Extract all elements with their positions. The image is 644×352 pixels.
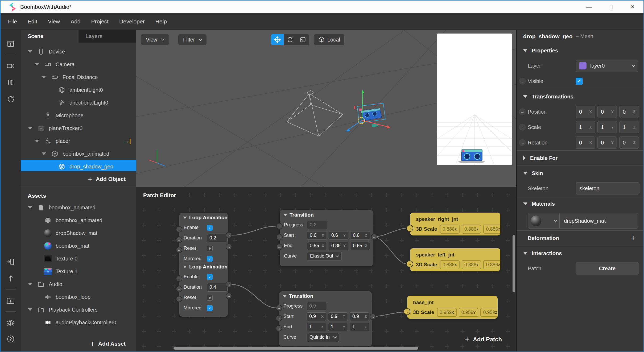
minimize-button[interactable]: — — [578, 1, 600, 13]
patch-node-loop-animation-2[interactable]: Loop Animation Enable✓ Duration0.4 Reset… — [179, 262, 228, 317]
start-y-input[interactable]: 0.9Y — [328, 312, 348, 321]
patch-node-speaker-right-jnt[interactable]: speaker_right_jnt 3D Scale 0.886X 0.886Y… — [410, 213, 500, 235]
input-port[interactable]: → — [176, 296, 182, 302]
section-enable-for[interactable]: Enable For — [517, 151, 643, 165]
vertical-scrollbar[interactable] — [513, 235, 515, 292]
scale-x-input[interactable]: 0.886X — [440, 260, 460, 269]
scene-item-focal-distance[interactable]: Focal Distance — [21, 71, 136, 84]
menu-developer[interactable]: Developer — [114, 13, 150, 30]
menu-view[interactable]: View — [43, 13, 65, 30]
asset-item-playback-controllers-folder[interactable]: Playback Controllers — [21, 303, 136, 316]
add-patch-button[interactable]: + Add Patch — [465, 335, 502, 343]
rotation-y-input[interactable]: 0Y — [597, 136, 617, 149]
scale-y-input[interactable]: 1Y — [597, 121, 617, 133]
publish-icon[interactable] — [5, 273, 16, 284]
filter-dropdown[interactable]: Filter — [178, 34, 207, 45]
move-tool-button[interactable] — [271, 34, 284, 45]
progress-input[interactable]: 0.9 — [307, 302, 327, 310]
simulator-preview[interactable] — [437, 34, 512, 165]
restart-icon[interactable] — [5, 93, 16, 105]
rotation-x-input[interactable]: 0X — [576, 136, 595, 149]
end-y-input[interactable]: 0.85Y — [329, 242, 348, 250]
view-dropdown[interactable]: View — [141, 34, 169, 45]
material-thumbnail-dropdown[interactable] — [528, 213, 560, 229]
collapse-caret-icon[interactable] — [283, 295, 287, 297]
menu-help[interactable]: Help — [150, 13, 172, 30]
input-port[interactable]: → — [276, 234, 283, 240]
curve-dropdown[interactable]: Quintic In — [307, 333, 339, 342]
position-z-input[interactable]: 0Z — [619, 106, 639, 118]
panels-layout-icon[interactable] — [5, 38, 16, 49]
asset-item-dropshadow-mat[interactable]: dropShadow_mat — [21, 227, 136, 239]
reset-pulse-button[interactable] — [207, 246, 213, 251]
output-port[interactable]: → — [226, 243, 232, 250]
duration-input[interactable]: 0.4 — [207, 283, 228, 292]
collapse-caret-icon[interactable] — [28, 206, 37, 209]
end-x-input[interactable]: 0.85X — [307, 242, 327, 250]
menu-file[interactable]: File — [3, 13, 22, 30]
scale-y-input[interactable]: 0.959Y — [459, 308, 478, 317]
input-port[interactable]: → — [176, 286, 182, 292]
end-x-input[interactable]: 1X — [307, 323, 326, 331]
section-transformations[interactable]: Transformations — [517, 89, 643, 104]
skeleton-input[interactable]: skeleton — [576, 182, 639, 194]
input-port[interactable]: → — [276, 315, 282, 321]
patch-connector-icon[interactable]: → — [519, 108, 526, 115]
input-port[interactable]: → — [406, 225, 413, 232]
collapse-caret-icon[interactable] — [28, 50, 37, 53]
scale-y-input[interactable]: 0.886Y — [462, 260, 481, 269]
close-button[interactable]: ✕ — [622, 1, 643, 13]
rotate-tool-button[interactable] — [284, 34, 296, 45]
scale-z-input[interactable]: 1Z — [619, 121, 639, 133]
help-icon[interactable]: ? — [5, 333, 16, 345]
patch-connector-icon[interactable]: → — [519, 78, 526, 85]
section-materials[interactable]: Materials — [517, 196, 643, 211]
input-port[interactable]: → — [403, 308, 410, 315]
patch-node-loop-animation-1[interactable]: Loop Animation Enable✓ Duration0.2 Reset… — [179, 213, 228, 267]
input-port[interactable]: → — [176, 247, 182, 253]
debug-bug-icon[interactable] — [5, 317, 16, 328]
position-x-input[interactable]: 0X — [576, 106, 595, 118]
rotation-z-input[interactable]: 0Z — [619, 136, 639, 149]
collapse-caret-icon[interactable] — [183, 266, 187, 268]
curve-dropdown[interactable]: Elastic Out — [307, 252, 342, 261]
collapse-caret-icon[interactable] — [35, 63, 44, 66]
output-port[interactable]: → — [226, 293, 232, 299]
patch-node-base-jnt[interactable]: base_jnt 3D Scale 0.959X 0.959Y 0.959Z → — [407, 296, 498, 319]
enable-checkbox[interactable]: ✓ — [207, 225, 213, 231]
viewport-canvas[interactable]: View Filter — [136, 30, 516, 187]
progress-input[interactable]: 0.2 — [307, 221, 327, 229]
start-z-input[interactable]: 0.9Z — [350, 312, 369, 321]
input-port[interactable]: → — [176, 237, 182, 243]
simulator-icon[interactable] — [5, 77, 16, 88]
scene-item-boombox-animated[interactable]: boombox_animated — [21, 147, 136, 160]
output-port[interactable]: → — [226, 281, 232, 288]
patch-connector-icon[interactable]: → — [519, 124, 526, 131]
scale-x-input[interactable]: 0.959X — [437, 308, 457, 317]
patch-node-speaker-left-jnt[interactable]: speaker_left_jnt 3D Scale 0.886X 0.886Y … — [410, 248, 500, 271]
reset-pulse-button[interactable] — [207, 295, 213, 301]
position-y-input[interactable]: 0Y — [597, 106, 617, 118]
collapse-caret-icon[interactable] — [283, 214, 287, 216]
output-port[interactable]: → — [371, 234, 377, 240]
mirrored-checkbox[interactable]: ✓ — [207, 305, 213, 311]
scale-x-input[interactable]: 1X — [576, 121, 595, 133]
scale-x-input[interactable]: 0.886X — [440, 225, 460, 234]
scene-item-placer[interactable]: placer →| — [21, 135, 136, 147]
scene-item-device[interactable]: Device — [21, 45, 136, 58]
maximize-button[interactable] — [600, 1, 622, 13]
collapse-caret-icon[interactable] — [35, 140, 44, 142]
output-port[interactable]: → — [226, 232, 232, 238]
start-x-input[interactable]: 0.9X — [307, 312, 326, 321]
section-properties[interactable]: Properties — [517, 43, 643, 58]
patch-editor[interactable]: Patch Editor — [136, 187, 516, 351]
video-camera-icon[interactable] — [5, 60, 16, 72]
input-port[interactable]: → — [276, 223, 283, 229]
end-z-input[interactable]: 0.85Z — [350, 242, 370, 250]
scene-item-drop-shadow-geo[interactable]: drop_shadow_geo — [21, 160, 136, 171]
collapse-caret-icon[interactable] — [42, 152, 51, 155]
mirrored-checkbox[interactable]: ✓ — [207, 256, 213, 262]
end-z-input[interactable]: 1Z — [350, 323, 369, 331]
asset-item-texture-1[interactable]: Texture 1 — [21, 265, 136, 278]
asset-item-boombox-animated-container[interactable]: boombox_animated — [21, 201, 136, 214]
